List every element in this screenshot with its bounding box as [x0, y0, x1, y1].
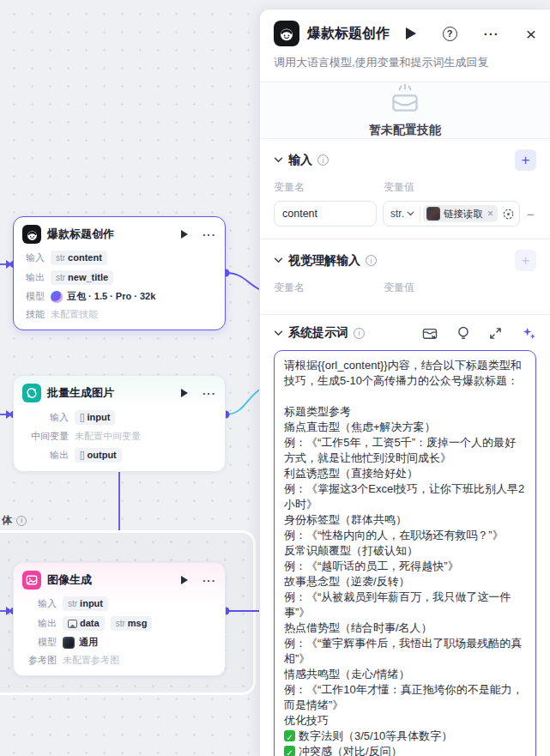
node-run-button[interactable] [181, 576, 188, 584]
node-row-input: 输入 str content [22, 251, 216, 265]
node-row-skill: 技能 未配置技能 [22, 308, 216, 321]
expand-icon[interactable] [489, 327, 502, 340]
type-select[interactable]: str. [384, 208, 420, 220]
node-hot-title-creation[interactable]: 爆款标题创作 ··· 输入 str content 输出 str new_tit… [13, 216, 226, 330]
loop-body-label-text: 体 [2, 513, 12, 528]
reference-value-tag[interactable]: 链接读取 · c··· × [423, 205, 498, 222]
help-icon[interactable]: ? [443, 27, 457, 41]
chevron-down-icon[interactable] [274, 257, 283, 263]
node-row-input: 输入 str input [22, 596, 216, 611]
node-more-button[interactable]: ··· [202, 388, 216, 399]
image-generation-icon [22, 571, 41, 590]
image-type-icon [68, 620, 77, 628]
info-icon: i [16, 516, 27, 526]
system-prompt-section: 系统提示词 i [260, 315, 550, 756]
variable-tag: str input [63, 596, 108, 611]
variable-tag: [] output [75, 448, 122, 463]
model-avatar-icon [63, 637, 75, 649]
node-row-output: 输出 [] output [22, 448, 216, 463]
run-node-button[interactable] [406, 27, 416, 39]
remove-reference-icon[interactable]: × [487, 208, 494, 220]
node-more-button[interactable]: ··· [202, 575, 216, 586]
node-row-intermediate: 中间变量 未配置中间变量 [22, 430, 216, 443]
info-icon: i [366, 255, 377, 266]
node-image-generation[interactable]: 图像生成 ··· 输入 str input 输出 data [13, 562, 226, 676]
doubao-bot-icon [22, 225, 41, 244]
remove-row-button[interactable]: − [526, 207, 535, 221]
info-icon: i [317, 154, 329, 166]
locate-source-icon[interactable] [502, 208, 515, 221]
optimize-bulb-icon[interactable] [457, 326, 469, 341]
node-run-button[interactable] [181, 230, 188, 239]
input-section-title: 输入 [288, 153, 312, 168]
info-icon: i [354, 328, 365, 339]
visual-input-section: 视觉理解输入 i + 变量名 变量值 [260, 239, 550, 315]
skills-empty-text: 暂未配置技能 [369, 123, 441, 138]
variable-tag: str new_title [51, 270, 113, 285]
close-panel-button[interactable]: × [526, 25, 536, 43]
node-run-button[interactable] [181, 389, 188, 397]
node-more-button[interactable]: ··· [202, 229, 216, 240]
node-row-model: 模型 豆包 · 1.5 · Pro · 32k [22, 290, 216, 303]
chevron-down-icon[interactable] [274, 157, 283, 163]
node-row-output: 输出 data str msg [22, 616, 216, 631]
config-panel: 爆款标题创作 ? ··· × 调用大语言模型,使用变量和提示词生成回复 暂未配置… [259, 9, 550, 756]
chevron-down-icon[interactable] [274, 330, 283, 336]
panel-header: 爆款标题创作 ? ··· × 调用大语言模型,使用变量和提示词生成回复 [260, 9, 550, 82]
chevron-down-icon [407, 211, 414, 216]
node-batch-image-generation[interactable]: 批量生成图片 ··· 输入 [] input 中间变量 未配置中间变量 输出 [13, 375, 226, 472]
input-section: 输入 i + 变量名 变量值 str. [260, 139, 550, 239]
prompt-section-title: 系统提示词 [288, 325, 348, 341]
variable-value-group: str. 链接读取 · c··· × [383, 201, 520, 227]
more-menu-button[interactable]: ··· [484, 27, 499, 41]
node-row-reference: 参考图 未配置参考图 [22, 654, 216, 667]
prompt-library-icon[interactable] [422, 326, 438, 340]
node-title: 爆款标题创作 [47, 227, 175, 242]
empty-box-icon [386, 82, 424, 115]
skills-empty-state: 暂未配置技能 [260, 82, 550, 139]
column-variable-value: 变量值 [384, 281, 414, 295]
column-variable-value: 变量值 [384, 180, 414, 195]
column-variable-name: 变量名 [274, 281, 384, 295]
workflow-editor: 体 i [0, 0, 550, 756]
node-title: 批量生成图片 [47, 385, 175, 401]
doubao-model-icon [51, 291, 63, 303]
panel-title: 爆款标题创作 [307, 25, 398, 43]
variable-tag: str content [51, 251, 107, 265]
variable-name-input[interactable] [274, 201, 377, 227]
doubao-bot-icon [274, 21, 299, 46]
variable-tag: [] input [75, 410, 115, 425]
node-title: 图像生成 [47, 572, 175, 588]
variable-tag-data: data [63, 616, 105, 631]
loop-body-label: 体 i [2, 513, 27, 528]
node-row-model: 模型 通用 [22, 636, 216, 649]
reference-node-avatar [426, 207, 440, 221]
column-variable-name: 变量名 [274, 180, 384, 195]
variable-tag-msg: str msg [111, 616, 153, 631]
visual-section-title: 视觉理解输入 [288, 253, 360, 269]
node-row-input: 输入 [] input [22, 410, 216, 425]
input-variable-row: str. 链接读取 · c··· × [274, 201, 536, 227]
add-visual-input-button[interactable]: + [515, 250, 536, 271]
add-input-button[interactable]: + [515, 149, 536, 171]
system-prompt-textarea[interactable]: 请根据{{orl_content}}内容，结合以下标题类型和技巧，生成5-10个… [274, 350, 536, 756]
ai-sparkle-icon[interactable] [522, 326, 536, 341]
node-row-output: 输出 str new_title [22, 270, 216, 285]
batch-loop-icon [22, 384, 41, 402]
panel-subtitle: 调用大语言模型,使用变量和提示词生成回复 [274, 55, 536, 70]
